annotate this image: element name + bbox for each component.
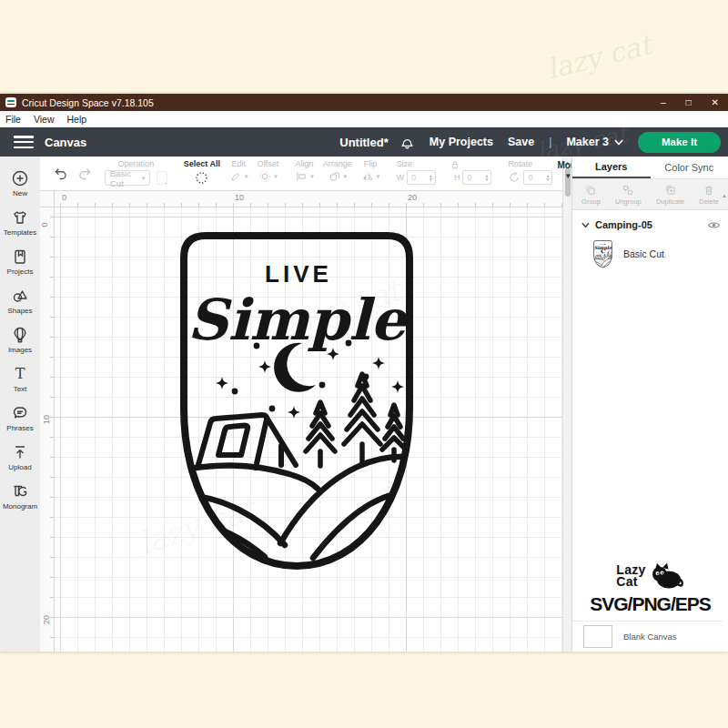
pencil-icon xyxy=(229,170,242,183)
layer-group-name: Camping-05 xyxy=(595,219,652,230)
chevron-down-icon: ▾ xyxy=(344,173,348,180)
blank-canvas-row[interactable]: Blank Canvas xyxy=(572,622,728,652)
menu-view[interactable]: View xyxy=(34,114,55,125)
camping-badge-design[interactable] xyxy=(178,230,415,571)
speech-bubble-icon xyxy=(11,404,29,422)
close-button[interactable]: ✕ xyxy=(712,97,719,107)
flip-group: Flip ▾ xyxy=(357,157,385,190)
size-group: Size W 0 ▲▼ H 0 ▲▼ xyxy=(391,157,496,190)
upload-arrow-icon xyxy=(11,443,29,461)
nav-bar: Canvas Untitled* lazy cat My Projects Sa… xyxy=(0,127,728,157)
blank-canvas-label: Blank Canvas xyxy=(623,632,677,642)
arrange-group: Arrange ▾ xyxy=(318,157,357,190)
layer-item-row[interactable]: Basic Cut xyxy=(572,236,728,272)
flip-icon xyxy=(361,170,374,183)
offset-group: Offset ▾ xyxy=(252,157,283,190)
sidebar-item-projects[interactable]: Projects xyxy=(0,248,40,276)
make-it-button[interactable]: Make It xyxy=(638,132,721,153)
duplicate-button[interactable]: Duplicate xyxy=(656,184,684,206)
tab-color-sync[interactable]: Color Sync xyxy=(651,157,728,178)
design-canvas[interactable]: lazy cat lazy cat xyxy=(55,207,562,652)
blank-canvas-swatch[interactable] xyxy=(583,625,612,648)
chevron-down-icon xyxy=(614,139,623,146)
stepper-arrows-icon[interactable]: ▲▼ xyxy=(545,174,551,182)
panel-scroll-up-icon[interactable]: ▲ xyxy=(722,193,727,198)
edit-group: Edit ▾ xyxy=(225,157,253,190)
stepper-arrows-icon[interactable]: ▲▼ xyxy=(484,174,490,182)
width-label: W xyxy=(396,173,404,182)
group-icon xyxy=(584,184,597,197)
tab-layers[interactable]: Layers xyxy=(572,157,651,178)
sidebar-item-images[interactable]: Images xyxy=(0,326,40,354)
rotate-group: Rotate 0 ▲▼ xyxy=(503,157,557,190)
width-input[interactable]: 0 ▲▼ xyxy=(407,170,436,185)
align-icon xyxy=(295,170,308,183)
ruler-corner xyxy=(40,191,55,207)
menu-help[interactable]: Help xyxy=(67,114,87,125)
ungroup-button[interactable]: Ungroup xyxy=(615,184,642,206)
delete-button[interactable]: Delete xyxy=(699,184,719,206)
layer-item-name: Basic Cut xyxy=(623,248,664,259)
chevron-down-icon[interactable] xyxy=(581,222,590,228)
tshirt-icon xyxy=(11,208,29,227)
align-group: Align ▾ xyxy=(290,157,318,190)
menu-bar: File View Help xyxy=(0,111,728,127)
maximize-button[interactable]: □ xyxy=(686,97,692,107)
rotate-input[interactable]: 0 ▲▼ xyxy=(523,170,552,185)
undo-icon[interactable] xyxy=(53,166,68,181)
hot-air-balloon-icon xyxy=(11,326,29,344)
sidebar-item-new[interactable]: New xyxy=(0,169,40,197)
bell-icon[interactable] xyxy=(399,135,415,150)
ungroup-icon xyxy=(622,184,634,197)
operation-label: Operation xyxy=(118,159,155,168)
redo-icon[interactable] xyxy=(77,166,93,181)
menu-file[interactable]: File xyxy=(5,114,21,125)
height-label: H xyxy=(454,173,460,182)
lazy-cat-logo: Lazy Cat xyxy=(572,561,728,592)
sidebar-item-upload[interactable]: Upload xyxy=(0,443,40,471)
chevron-down-icon: ▾ xyxy=(274,173,278,180)
select-all-label[interactable]: Select All xyxy=(184,159,220,168)
eye-icon[interactable] xyxy=(707,220,721,230)
edit-toolbar: Operation Basic Cut ▾ Select All Ed xyxy=(40,157,562,191)
machine-selector[interactable]: Maker 3 xyxy=(566,136,623,148)
my-projects-link[interactable]: My Projects xyxy=(430,136,493,148)
sidebar-item-text[interactable]: T Text xyxy=(0,365,40,393)
layers-panel: Layers Color Sync Group Ungroup Duplicat… xyxy=(571,157,728,652)
trash-icon xyxy=(703,184,715,197)
sidebar-item-templates[interactable]: Templates xyxy=(0,208,40,237)
offset-icon xyxy=(258,170,271,183)
arrange-icon xyxy=(329,170,341,183)
lock-icon[interactable] xyxy=(450,159,460,170)
nav-divider: | xyxy=(549,136,551,148)
photo-watermark: lazy cat xyxy=(543,28,654,85)
duplicate-icon xyxy=(664,184,677,197)
canvas-scrollbar[interactable]: ▲ xyxy=(562,157,571,652)
nav-canvas-label[interactable]: Canvas xyxy=(45,136,86,149)
canvas-area: 0 10 20 0 10 20 lazy cat lazy cat xyxy=(40,191,562,652)
operation-dropdown[interactable]: Basic Cut ▾ xyxy=(105,170,150,186)
layer-group-row[interactable]: Camping-05 xyxy=(572,214,728,236)
material-color-swatch[interactable] xyxy=(157,171,167,185)
group-button[interactable]: Group xyxy=(581,184,601,206)
layer-thumbnail xyxy=(592,239,613,268)
hamburger-menu-icon[interactable] xyxy=(14,136,34,148)
minimize-button[interactable]: – xyxy=(661,97,666,107)
app-window: Cricut Design Space v7.18.105 – □ ✕ File… xyxy=(0,94,728,652)
window-title: Cricut Design Space v7.18.105 xyxy=(22,97,154,108)
cat-icon xyxy=(646,561,684,592)
rotate-icon xyxy=(508,171,521,184)
select-all-icon[interactable] xyxy=(194,170,209,186)
select-all-group[interactable]: Select All xyxy=(179,157,225,190)
chevron-down-icon: ▾ xyxy=(377,173,380,180)
clipboard-icon xyxy=(11,248,29,266)
height-input[interactable]: 0 ▲▼ xyxy=(462,170,491,185)
formats-text: SVG/PNG/EPS xyxy=(572,593,728,615)
monogram-icon xyxy=(11,482,29,500)
save-link[interactable]: Save xyxy=(508,136,534,148)
sidebar-item-phrases[interactable]: Phrases xyxy=(0,404,40,432)
sidebar-item-monogram[interactable]: Monogram xyxy=(0,482,40,511)
stepper-arrows-icon[interactable]: ▲▼ xyxy=(429,174,435,182)
sidebar-item-shapes[interactable]: Shapes xyxy=(0,287,40,315)
cricut-logo-icon xyxy=(5,97,16,107)
